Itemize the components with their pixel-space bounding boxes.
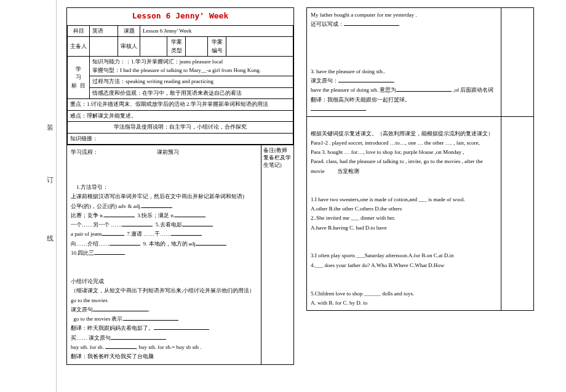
type-val <box>186 37 208 57</box>
keypoint: 重点：1.讨论并描述周末、假期或放学后的活动 2.学习并掌握新单词和短语的用法 <box>68 99 293 111</box>
p1-t1: 1.方法导引： <box>71 183 257 192</box>
goal-r2: 过程与方法：speaking writing reading and pract… <box>90 76 293 88</box>
author-val <box>90 37 118 57</box>
type-lbl: 学案类型 <box>167 37 186 57</box>
margin-xian: 线 <box>47 234 54 243</box>
r-r8: Para1-2 . played soccer, introduced …to…… <box>311 140 480 146</box>
lesson-title: Lesson 6 Jenny' Week <box>67 8 293 25</box>
r-r9: Para 3. bought … for…, love to shop for,… <box>311 149 464 155</box>
r-r5a: have the pleasure of doing sth. 意思为 <box>311 87 396 93</box>
r-r2: 还可以写成： <box>311 21 344 27</box>
flow-header: 学习流程： 课前预习 <box>67 145 261 171</box>
goal-lbl: 学习标 目 <box>68 57 90 99</box>
q21: 2..She invited me ___ dinner with her. <box>311 215 396 221</box>
p2-l5: 买…… 课文原句 <box>71 335 111 341</box>
author-lbl: 主备人 <box>68 37 90 57</box>
p2-l3: go to the movies 表示 <box>74 316 123 322</box>
binding-margin: 装 订 线 <box>48 0 57 392</box>
prework-main: 1.方法导引： 上课前根据汉语写出单词并牢记，然后在文中画出并标记新单词和短语)… <box>67 171 261 364</box>
r-r6: 翻译：我很高兴昨天能跟你一起打篮球。 <box>311 97 410 103</box>
p2-l1: go to the movies <box>71 297 108 303</box>
method-1: 学法指导及使用说明：自主学习，小组讨论，合作探究 <box>68 122 293 134</box>
p1-l2a: 比赛；竞争 n. <box>71 212 104 218</box>
p1-l5b: 9. 本地的，地方的 adj <box>143 241 196 247</box>
p2-l6b: , buy sth. for sb.= buy sb sth . <box>136 344 202 350</box>
prework-block: 1.方法导引： 上课前根据汉语写出单词并牢记，然后在文中画出并标记新单词和短语)… <box>67 171 293 364</box>
right-main-2: 根据关键词提示复述课文。（高效利用课堂，能根据提示流利的复述课文） Para1-… <box>307 117 501 310</box>
reviewer-val <box>140 37 167 57</box>
q5o: A. with B. for C. by D. to <box>311 300 367 306</box>
goal-r3: 情感态度和价值观：在学习中，敢于用英语来表达自己的看法 <box>90 87 293 99</box>
r-r10b: 当堂检测 <box>337 168 359 174</box>
p1-l6: 10.四比三 <box>71 250 94 256</box>
num-val <box>226 37 293 57</box>
p1-l3a: 一个……另一个 …… <box>71 222 122 228</box>
p1-l4a: a pair of jeans <box>71 231 102 237</box>
reviewer-lbl: 审核人 <box>118 37 140 57</box>
num-lbl: 学案编号 <box>208 37 226 57</box>
right-main-1: My father bought a computer for me yeste… <box>307 8 501 116</box>
right-block-2: 根据关键词提示复述课文。（高效利用课堂，能根据提示流利的复述课文） Para1-… <box>307 116 533 310</box>
goal-r1: 知识与能力：：1.学习并掌握词汇：jeans pleasure local 掌握… <box>90 57 293 76</box>
q5: 5.Children love to shop ______ dolls and… <box>311 290 414 297</box>
left-page: Lesson 6 Jenny' Week 科目 英语 课题 Lesson 6 J… <box>66 7 294 365</box>
method-2: 知识链接： <box>68 133 293 145</box>
r-r1: My father bought a computer for me yeste… <box>311 12 417 18</box>
topic-lbl: 课题 <box>118 25 140 37</box>
p1-l2b: 3.快乐；满足 n. <box>138 212 175 218</box>
p1-l1a: 公平(的)，公正(的) adv & adj. <box>71 203 142 209</box>
subject-lbl: 科目 <box>68 25 90 37</box>
topic-val: Lesson 6 Jenny' Week <box>140 25 293 37</box>
q3: 3.I often play sports ___Saturday aftern… <box>311 252 453 258</box>
right-side-2 <box>501 117 533 310</box>
q22: A.have B.having C. had D.to have <box>311 225 387 231</box>
p1-l4b: 7.邀请 ……干…… <box>127 231 171 237</box>
p2-l6: buy sth. for sb. <box>71 344 105 350</box>
r-r4: 课文原句： <box>311 78 338 84</box>
r-r3: 3. have the pleasure of doing sth.. <box>311 68 385 74</box>
p1-t2: 上课前根据汉语写出单词并牢记，然后在文中画出并标记新单词和短语) <box>71 192 257 201</box>
r-r5b: ,of 后面跟动名词 <box>453 87 493 93</box>
p1-l5a: 向……介绍…… <box>71 241 110 247</box>
p2-t1: 小组讨论完成 <box>71 277 257 286</box>
meta-table: 科目 英语 课题 Lesson 6 Jenny' Week 主备人 审核人 学案… <box>67 25 293 145</box>
q4: 4.___ does your father do? A.Who B.Where… <box>311 262 444 268</box>
subject-val: 英语 <box>90 25 118 37</box>
sidenote: 备注(教师复备栏及学生笔记) <box>261 145 293 171</box>
p1-l3b: 5.去看电影 <box>156 222 182 228</box>
p2-l7: 翻译：我爸爸昨天给我买了台电脑 <box>71 353 154 359</box>
q1: 1.I have two sweaters,one is made of cot… <box>311 196 465 202</box>
r-r7: 根据关键词提示复述课文。（高效利用课堂，能根据提示流利的复述课文） <box>311 130 493 137</box>
flow-header-row: 学习流程： 课前预习 备注(教师复备栏及学生笔记) <box>67 145 293 171</box>
right-page: My father bought a computer for me yeste… <box>306 7 534 311</box>
margin-ding: 订 <box>47 175 54 185</box>
right-side-1 <box>501 8 533 116</box>
q1o: A.other B.the other C.others D.the other… <box>311 206 402 212</box>
p2-l2: 课文原句 <box>71 306 93 313</box>
p2-l4: 翻译：昨天我跟妈妈去看电影了。 <box>71 325 154 331</box>
right-block-1: My father bought a computer for me yeste… <box>307 8 533 116</box>
difficulty: 难点：理解课文并能复述。 <box>68 110 293 122</box>
p2-t2: （细读课文，从短文中画出下列短语并写出来,小组讨论并展示他们的用法） <box>71 286 257 295</box>
margin-zhuang: 装 <box>47 123 54 132</box>
sidenote-empty <box>261 171 293 364</box>
